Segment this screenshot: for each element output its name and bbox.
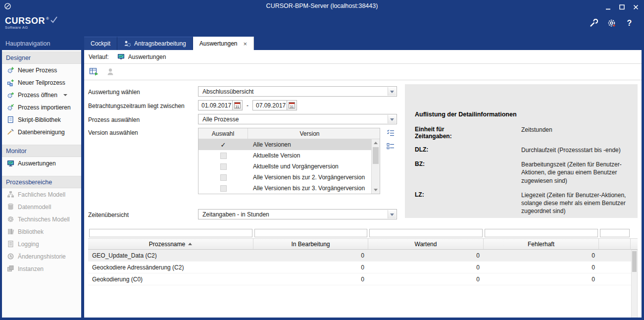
tab-close-icon[interactable]: ×	[243, 41, 247, 47]
tab-bar: Cockpit Antragsbearbeitung Auswertungen …	[84, 37, 642, 50]
info-description: Durchlaufzeit (Prozessstart bis -ende)	[521, 146, 630, 154]
version-row[interactable]: Alle Versionen bis zur 3. Vorgängerversi…	[198, 183, 371, 194]
sidebar-item-prozess-oeffnen[interactable]: Prozess öffnen	[2, 89, 81, 101]
info-row: DLZ: Durchlaufzeit (Prozessstart bis -en…	[415, 146, 630, 154]
cell-prozessname: Geokodierung (C0)	[88, 276, 253, 283]
history-icon	[7, 253, 14, 260]
prozess-selected-value: Alle Prozesse	[202, 116, 239, 123]
calendar-from-button[interactable]: 31	[233, 100, 243, 110]
auswertung-select[interactable]: Abschlussübersicht	[198, 86, 397, 97]
new-process-icon	[7, 66, 14, 74]
section-header-designer[interactable]: Designer	[2, 52, 81, 64]
checkbox-unchecked[interactable]	[220, 185, 227, 192]
checkbox-checked[interactable]: ✓	[221, 142, 226, 148]
column-header-auswahl[interactable]: Auswahl	[198, 128, 248, 139]
monitor-icon	[7, 160, 14, 167]
chevron-down-icon[interactable]	[63, 94, 67, 96]
sidebar-item-auswertungen[interactable]: Auswertungen	[2, 157, 81, 169]
filter-input-prozessname[interactable]	[89, 229, 252, 237]
sidebar-section-designer: Designer Neuer Prozess Neuer Teilprozess…	[2, 52, 81, 138]
new-subprocess-icon	[7, 79, 14, 86]
version-row[interactable]: ✓ Alle Versionen	[198, 139, 371, 150]
maximize-button[interactable]	[617, 2, 626, 10]
tab-auswertungen[interactable]: Auswertungen ×	[193, 37, 254, 50]
select-all-icon[interactable]	[387, 129, 395, 137]
scrollbar-thumb[interactable]	[632, 251, 637, 272]
filter-input-fehlerhaft[interactable]	[485, 229, 598, 237]
cell-fehlerhaft: 0	[484, 264, 599, 271]
sidebar-item-neuer-teilprozess[interactable]: Neuer Teilprozess	[2, 76, 81, 89]
library-icon	[7, 228, 14, 235]
calendar-icon: 31	[289, 102, 295, 108]
version-row[interactable]: Alle Versionen bis zur 2. Vorgängerversi…	[198, 172, 371, 183]
wrench-icon[interactable]	[589, 18, 598, 28]
auswertung-selected-value: Abschlussübersicht	[202, 88, 253, 95]
scrollbar-thumb[interactable]	[373, 147, 379, 164]
sidebar-item-neuer-prozess[interactable]: Neuer Prozess	[2, 64, 81, 76]
info-row: BZ: Bearbeitungszeit (Zeiten für Benutze…	[415, 160, 630, 185]
data-model-icon	[7, 203, 14, 211]
info-term: DLZ:	[415, 146, 428, 153]
breadcrumb: Verlauf: Auswertungen	[84, 50, 642, 64]
settings-icon[interactable]	[607, 18, 616, 28]
column-header-extra	[599, 239, 631, 249]
checkbox-unchecked[interactable]	[220, 163, 227, 170]
tab-cockpit[interactable]: Cockpit	[84, 37, 117, 50]
calendar-to-button[interactable]: 31	[287, 100, 297, 110]
column-header-version[interactable]: Version	[248, 128, 371, 139]
table-row[interactable]: Geockodiere Adressänderung (C2) 0 0 0	[88, 262, 638, 273]
sidebar-item-fachliches-modell: Fachliches Modell	[2, 188, 81, 201]
sidebar-item-aenderungshistorie: Änderungshistorie	[2, 250, 81, 263]
table-row[interactable]: GEO_Update_Data (C2) 0 0 0	[88, 250, 638, 262]
filter-input-extra[interactable]	[600, 229, 630, 237]
column-header-prozessname[interactable]: Prozessname	[88, 239, 253, 249]
sidebar-item-label: Auswertungen	[18, 160, 56, 167]
version-row[interactable]: Aktuellste und Vorgängerversion	[198, 161, 371, 172]
sidebar-item-label: Bibliothek	[18, 228, 44, 235]
auswertung-label: Auswertung wählen	[88, 87, 198, 96]
help-icon[interactable]: ?	[625, 18, 634, 28]
results-scrollbar[interactable]	[631, 250, 638, 318]
sidebar-item-skript-bibliothek[interactable]: Skript-Bibliothek	[2, 113, 81, 126]
filter-input-in-bearbeitung[interactable]	[254, 229, 367, 237]
info-term: Einheit für Zeitangaben:	[415, 126, 470, 140]
checkbox-unchecked[interactable]	[220, 153, 227, 159]
checkbox-unchecked[interactable]	[220, 174, 227, 181]
zeiten-select[interactable]: Zeitangaben - in Stunden	[198, 209, 397, 219]
minimize-button[interactable]	[603, 2, 612, 10]
sidebar-item-logging: Logging	[2, 238, 81, 250]
request-processing-icon	[124, 40, 131, 47]
version-table-header: Auswahl Version	[198, 128, 380, 139]
sidebar-item-datenbereinigung[interactable]: Datenbereinigung	[2, 126, 81, 138]
prozess-select[interactable]: Alle Prozesse	[198, 114, 397, 124]
sidebar-item-technisches-modell: Technisches Modell	[2, 213, 81, 225]
date-to-field[interactable]: 07.09.2017	[252, 100, 287, 110]
column-header-wartend[interactable]: Wartend	[368, 239, 484, 249]
cursor-logo: CURSOR ® Software AG	[5, 16, 57, 30]
deselect-all-icon[interactable]	[387, 143, 395, 151]
filter-row	[88, 228, 638, 238]
date-from-field[interactable]: 01.09.2017	[198, 100, 233, 110]
section-header-monitor[interactable]: Monitor	[2, 145, 81, 157]
column-header-in-bearbeitung[interactable]: In Bearbeitung	[253, 239, 368, 249]
table-row[interactable]: Geokodierung (C0) 0 0 0	[88, 273, 638, 285]
logo-text: CURSOR	[5, 16, 45, 26]
section-header-prozessbereiche[interactable]: Prozessbereiche	[2, 176, 81, 188]
zeiten-selected-value: Zeitangaben - in Stunden	[202, 211, 269, 218]
version-row[interactable]: Aktuellste Version	[198, 150, 371, 161]
date-separator: -	[247, 102, 248, 109]
close-button[interactable]	[631, 2, 640, 10]
cell-wartend: 0	[368, 264, 484, 271]
sidebar-item-label: Technisches Modell	[18, 216, 70, 223]
column-header-fehlerhaft[interactable]: Fehlerhaft	[484, 239, 599, 249]
tab-antragsbearbeitung[interactable]: Antragsbearbeitung	[117, 37, 193, 50]
run-evaluation-button[interactable]	[89, 66, 99, 77]
logging-icon	[7, 240, 14, 248]
sidebar-item-prozess-importieren[interactable]: Prozess importieren	[2, 101, 81, 113]
filter-input-wartend[interactable]	[369, 229, 483, 237]
technical-model-icon	[7, 215, 14, 223]
version-table-scrollbar[interactable]	[371, 139, 380, 194]
info-description: Zeitstunden	[521, 126, 630, 140]
toolbar	[84, 64, 642, 80]
breadcrumb-item[interactable]: Auswertungen	[128, 53, 166, 60]
